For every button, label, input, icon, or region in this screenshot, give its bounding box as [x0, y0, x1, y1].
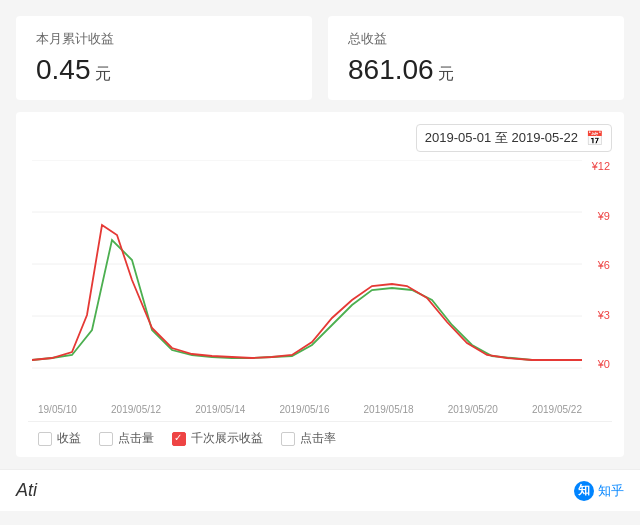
legend-earnings-checkbox[interactable] [38, 432, 52, 446]
legend-cpm-checkbox[interactable] [172, 432, 186, 446]
x-label-3: 2019/05/16 [279, 404, 329, 415]
y-label-12: ¥12 [592, 160, 610, 172]
x-axis-labels: 19/05/10 2019/05/12 2019/05/14 2019/05/1… [28, 400, 612, 419]
x-label-6: 2019/05/22 [532, 404, 582, 415]
date-range-text: 2019-05-01 至 2019-05-22 [425, 129, 578, 147]
chart-container: 2019-05-01 至 2019-05-22 📅 ¥12 ¥9 ¥6 ¥3 ¥… [16, 112, 624, 457]
legend-clicks[interactable]: 点击量 [99, 430, 154, 447]
ati-text: Ati [16, 480, 37, 501]
monthly-value: 0.45元 [36, 54, 292, 86]
calendar-icon: 📅 [586, 130, 603, 146]
legend-ctr[interactable]: 点击率 [281, 430, 336, 447]
chart-legend: 收益 点击量 千次展示收益 点击率 [28, 421, 612, 457]
chart-area: ¥12 ¥9 ¥6 ¥3 ¥0 [32, 160, 612, 400]
total-earnings-card: 总收益 861.06元 [328, 16, 624, 100]
total-label: 总收益 [348, 30, 604, 48]
y-label-6: ¥6 [592, 259, 610, 271]
legend-earnings[interactable]: 收益 [38, 430, 81, 447]
x-label-2: 2019/05/14 [195, 404, 245, 415]
x-label-0: 19/05/10 [38, 404, 77, 415]
bottom-bar: Ati 知 知乎 [0, 469, 640, 511]
monthly-earnings-card: 本月累计收益 0.45元 [16, 16, 312, 100]
legend-clicks-checkbox[interactable] [99, 432, 113, 446]
y-axis-labels: ¥12 ¥9 ¥6 ¥3 ¥0 [592, 160, 610, 370]
legend-ctr-label: 点击率 [300, 430, 336, 447]
top-cards: 本月累计收益 0.45元 总收益 861.06元 [0, 0, 640, 112]
zhihu-icon: 知 [574, 481, 594, 501]
legend-earnings-label: 收益 [57, 430, 81, 447]
y-label-9: ¥9 [592, 210, 610, 222]
x-label-1: 2019/05/12 [111, 404, 161, 415]
legend-ctr-checkbox[interactable] [281, 432, 295, 446]
chart-svg [32, 160, 612, 370]
legend-cpm[interactable]: 千次展示收益 [172, 430, 263, 447]
y-label-3: ¥3 [592, 309, 610, 321]
legend-cpm-label: 千次展示收益 [191, 430, 263, 447]
monthly-label: 本月累计收益 [36, 30, 292, 48]
date-range-picker[interactable]: 2019-05-01 至 2019-05-22 📅 [416, 124, 612, 152]
legend-clicks-label: 点击量 [118, 430, 154, 447]
y-label-0: ¥0 [592, 358, 610, 370]
total-value: 861.06元 [348, 54, 604, 86]
chart-header: 2019-05-01 至 2019-05-22 📅 [28, 124, 612, 152]
x-label-5: 2019/05/20 [448, 404, 498, 415]
x-label-4: 2019/05/18 [364, 404, 414, 415]
zhihu-logo-area: 知 知乎 [574, 481, 624, 501]
zhihu-label: 知乎 [598, 482, 624, 500]
